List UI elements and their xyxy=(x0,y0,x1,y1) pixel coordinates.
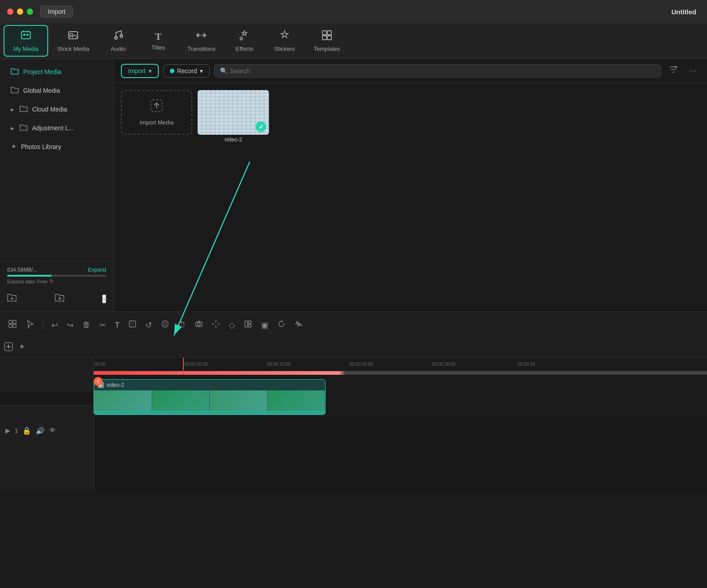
crop-tool[interactable] xyxy=(126,317,139,333)
main-area: Project Media Global Media ▶ Cloud Media… xyxy=(0,59,707,311)
clip-start-marker: 6 xyxy=(94,377,103,386)
window-title: Untitled xyxy=(671,8,696,16)
sidebar-item-cloud-media-label: Cloud Media xyxy=(32,106,67,113)
tab-titles[interactable]: T Titles xyxy=(138,27,178,54)
split-button[interactable]: ✂ xyxy=(97,318,109,333)
ruler-mark-2: 00:00:10:00 xyxy=(267,362,291,367)
refresh-icon[interactable]: ↻ xyxy=(50,278,54,284)
tab-my-media[interactable]: My Media xyxy=(4,25,48,57)
svg-rect-0 xyxy=(21,32,30,39)
maximize-button[interactable] xyxy=(27,8,33,15)
speed-tool[interactable]: ↺ xyxy=(143,318,155,333)
stickers-icon xyxy=(279,29,290,44)
link-button[interactable] xyxy=(17,342,27,354)
sidebar-item-photos[interactable]: ✦ Photos Library xyxy=(4,138,110,155)
sidebar-item-project-media[interactable]: Project Media xyxy=(4,63,110,81)
sidebar-item-photos-label: Photos Library xyxy=(21,143,61,150)
import-card-label: Import Media xyxy=(140,119,174,126)
tab-stock-media[interactable]: Stock Media xyxy=(48,26,98,56)
audio-strip-tool[interactable]: ◇ xyxy=(226,318,238,333)
storage-info: 634.58MB/... Expand xyxy=(7,267,106,273)
search-input[interactable] xyxy=(230,67,655,75)
transform-tool[interactable] xyxy=(209,317,223,333)
sidebar-footer: 634.58MB/... Expand Expired date: Free ↻ xyxy=(0,261,113,290)
audio-icon xyxy=(112,29,124,44)
folder-icon-3 xyxy=(20,105,28,114)
sidebar-item-global-media[interactable]: Global Media xyxy=(4,82,110,99)
delete-button[interactable]: 🗑 xyxy=(80,318,93,332)
svg-rect-7 xyxy=(322,31,327,35)
layout-tool[interactable] xyxy=(241,317,255,333)
redo-button[interactable]: ↪ xyxy=(64,318,76,333)
sidebar-item-project-media-label: Project Media xyxy=(23,68,62,75)
add-track-button[interactable] xyxy=(4,342,13,354)
tab-transitions[interactable]: Transitions xyxy=(178,26,224,56)
ruler-mark-3: 00:00:15:00 xyxy=(350,362,373,367)
sidebar-item-adjustment[interactable]: ▶ Adjustment L... xyxy=(4,119,110,137)
clip-frame-1 xyxy=(94,390,152,411)
sidebar-actions: ‹ xyxy=(0,290,113,308)
undo-button[interactable]: ↩ xyxy=(49,318,61,333)
record-btn-arrow: ▾ xyxy=(200,67,203,75)
track-number: 1 xyxy=(15,427,18,434)
tab-stickers-label: Stickers xyxy=(274,46,295,52)
import-media-card[interactable]: Import Media xyxy=(121,90,192,135)
record-button[interactable]: Record ▾ xyxy=(163,64,210,78)
expand-storage-btn[interactable]: Expand xyxy=(88,267,106,273)
more-options-button[interactable]: ··· xyxy=(686,64,700,77)
stabilize-tool[interactable]: ▣ xyxy=(258,318,271,333)
my-media-icon xyxy=(20,29,32,44)
tab-effects[interactable]: Effects xyxy=(224,26,265,56)
track-lock-button[interactable]: 🔒 xyxy=(22,427,31,435)
clip-frame-3 xyxy=(210,390,268,411)
close-button[interactable] xyxy=(7,8,13,15)
track-eye-button[interactable]: 👁 xyxy=(49,427,56,435)
svg-rect-10 xyxy=(327,36,331,40)
transitions-icon xyxy=(195,29,207,44)
tab-audio[interactable]: Audio xyxy=(98,26,138,56)
tab-stickers[interactable]: Stickers xyxy=(265,26,305,56)
add-folder-button[interactable] xyxy=(7,293,17,304)
timer-tool[interactable]: ⏱ xyxy=(175,318,189,332)
track-audio-button[interactable]: 🔊 xyxy=(36,427,45,435)
tab-effects-label: Effects xyxy=(236,46,253,52)
import-title-button[interactable]: Import xyxy=(40,6,73,17)
search-icon: 🔍 xyxy=(220,67,227,75)
tab-templates[interactable]: Templates xyxy=(305,26,349,56)
video-clip-video2[interactable]: ▶ video-2 xyxy=(94,379,326,415)
templates-icon xyxy=(321,29,333,44)
select-tool[interactable] xyxy=(23,317,37,333)
media-thumbnail-video2: ✓ xyxy=(198,90,269,135)
text-tool[interactable]: T xyxy=(112,319,122,332)
scene-detect-tool[interactable] xyxy=(5,317,20,333)
expired-info: Expired date: Free ↻ xyxy=(7,278,106,284)
media-item-video2[interactable]: ✓ video-2 xyxy=(198,90,269,143)
clip-frame-4 xyxy=(268,390,326,411)
rotate-tool[interactable] xyxy=(275,317,288,333)
check-badge: ✓ xyxy=(256,121,266,132)
effects-icon xyxy=(239,29,250,44)
svg-rect-24 xyxy=(245,321,248,327)
svg-rect-17 xyxy=(9,324,12,327)
media-item-name-video2: video-2 xyxy=(198,137,269,143)
stock-media-icon xyxy=(67,29,79,44)
import-button[interactable]: Import ▾ xyxy=(121,64,159,78)
playhead xyxy=(183,358,184,371)
folder-icon-4 xyxy=(20,124,28,133)
filter-button[interactable] xyxy=(666,63,682,78)
clip-bottom-bar xyxy=(94,411,325,414)
tab-stock-media-label: Stock Media xyxy=(57,46,89,52)
timeline-body: ▶ 1 🔒 🔊 👁 00:00:00:00 00:00:05:00 00:00:… xyxy=(0,358,707,490)
toolbar-divider-1 xyxy=(43,320,43,331)
collapse-sidebar-button[interactable]: ‹ xyxy=(102,294,106,303)
timeline-track-area: 00:00:00:00 00:00:05:00 00:00:10:00 00:0… xyxy=(94,358,707,490)
nav-tabs: My Media Stock Media Audio T Titles xyxy=(0,23,707,59)
minimize-button[interactable] xyxy=(17,8,23,15)
time-ruler: 00:00:00:00 00:00:05:00 00:00:10:00 00:0… xyxy=(94,358,707,371)
search-box: 🔍 xyxy=(214,64,661,78)
color-tool[interactable] xyxy=(158,317,172,333)
import-folder-button[interactable] xyxy=(55,293,65,304)
capture-tool[interactable] xyxy=(192,317,206,333)
waveform-tool[interactable] xyxy=(292,317,306,333)
sidebar-item-cloud-media[interactable]: ▶ Cloud Media xyxy=(4,100,110,118)
